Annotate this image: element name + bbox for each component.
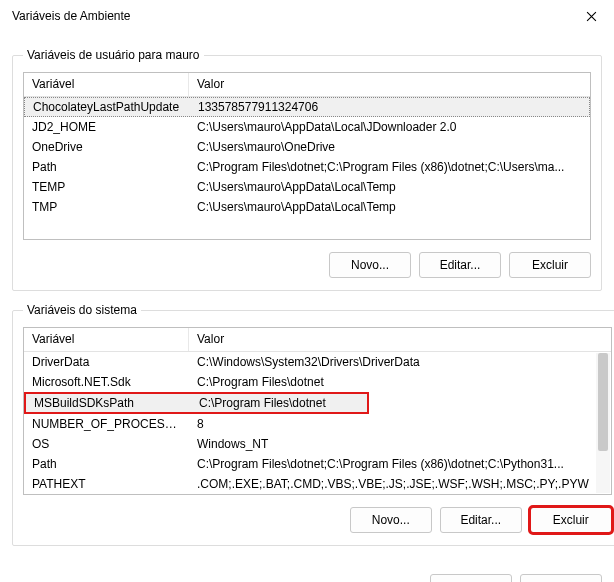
edit-button[interactable]: Editar... — [440, 507, 522, 533]
delete-button[interactable]: Excluir — [509, 252, 591, 278]
dialog-footer: OK Cancelar — [0, 564, 614, 582]
cell-variable: PATHEXT — [24, 473, 189, 494]
cancel-button[interactable]: Cancelar — [520, 574, 602, 582]
new-button[interactable]: Novo... — [329, 252, 411, 278]
cell-value: C:\Users\mauro\AppData\Local\Temp — [189, 176, 590, 198]
cell-variable: JD2_HOME — [24, 116, 189, 138]
close-button[interactable] — [568, 0, 614, 32]
titlebar: Variáveis de Ambiente — [0, 0, 614, 32]
column-header-value[interactable]: Valor — [189, 328, 611, 351]
cell-value: 8 — [189, 413, 597, 435]
user-variables-table[interactable]: Variável Valor ChocolateyLastPathUpdate … — [23, 72, 591, 240]
cell-value: C:\Users\mauro\OneDrive — [189, 136, 590, 158]
cell-variable: DriverData — [24, 352, 189, 373]
cell-value: Windows_NT — [189, 433, 597, 455]
scrollbar[interactable] — [596, 353, 610, 493]
cell-variable: Path — [24, 156, 189, 178]
table-row[interactable]: PATHEXT .COM;.EXE;.BAT;.CMD;.VBS;.VBE;.J… — [24, 474, 597, 494]
delete-button-highlighted[interactable]: Excluir — [530, 507, 612, 533]
user-group-legend: Variáveis de usuário para mauro — [23, 48, 204, 62]
system-rows: DriverData C:\Windows\System32\Drivers\D… — [24, 352, 611, 494]
column-header-value[interactable]: Valor — [189, 73, 590, 96]
system-variables-group: Variáveis do sistema Variável Valor Driv… — [12, 303, 614, 546]
table-row-highlighted[interactable]: MSBuildSDKsPath C:\Program Files\dotnet — [24, 392, 369, 414]
cell-variable: OneDrive — [24, 136, 189, 158]
scrollbar-thumb[interactable] — [598, 353, 608, 451]
table-row[interactable]: OneDrive C:\Users\mauro\OneDrive — [24, 137, 590, 157]
column-header-variable[interactable]: Variável — [24, 328, 189, 351]
cell-value: C:\Program Files\dotnet;C:\Program Files… — [189, 156, 590, 178]
cell-variable: TEMP — [24, 176, 189, 198]
table-row[interactable]: ChocolateyLastPathUpdate 133578577911324… — [24, 97, 590, 117]
cell-value: C:\Windows\System32\Drivers\DriverData — [189, 352, 597, 373]
table-row[interactable]: OS Windows_NT — [24, 434, 597, 454]
user-variables-group: Variáveis de usuário para mauro Variável… — [12, 48, 602, 291]
cell-value: C:\Program Files\dotnet — [191, 392, 367, 414]
cell-variable: ChocolateyLastPathUpdate — [25, 97, 190, 118]
close-icon — [586, 11, 597, 22]
cell-value: C:\Program Files\dotnet — [189, 371, 597, 393]
system-buttons-row: Novo... Editar... Excluir — [23, 507, 612, 533]
table-row[interactable]: Microsoft.NET.Sdk C:\Program Files\dotne… — [24, 372, 597, 392]
cell-variable: Path — [24, 453, 189, 475]
table-header: Variável Valor — [24, 328, 611, 352]
table-row[interactable]: DriverData C:\Windows\System32\Drivers\D… — [24, 352, 597, 372]
table-row[interactable]: TMP C:\Users\mauro\AppData\Local\Temp — [24, 197, 590, 217]
column-header-variable[interactable]: Variável — [24, 73, 189, 96]
user-buttons-row: Novo... Editar... Excluir — [23, 252, 591, 278]
cell-variable: OS — [24, 433, 189, 455]
dialog-content: Variáveis de usuário para mauro Variável… — [0, 32, 614, 564]
system-variables-table[interactable]: Variável Valor DriverData C:\Windows\Sys… — [23, 327, 612, 495]
user-rows: ChocolateyLastPathUpdate 133578577911324… — [24, 97, 590, 239]
cell-value: C:\Users\mauro\AppData\Local\JDownloader… — [189, 116, 590, 138]
window-title: Variáveis de Ambiente — [12, 9, 131, 23]
cell-variable: Microsoft.NET.Sdk — [24, 371, 189, 393]
table-header: Variável Valor — [24, 73, 590, 97]
cell-variable: TMP — [24, 196, 189, 218]
cell-value: C:\Program Files\dotnet;C:\Program Files… — [189, 453, 597, 475]
ok-button[interactable]: OK — [430, 574, 512, 582]
edit-button[interactable]: Editar... — [419, 252, 501, 278]
cell-variable: MSBuildSDKsPath — [26, 392, 191, 414]
table-row[interactable]: NUMBER_OF_PROCESSORS 8 — [24, 414, 597, 434]
cell-value: 133578577911324706 — [190, 97, 589, 118]
system-group-legend: Variáveis do sistema — [23, 303, 141, 317]
cell-variable: NUMBER_OF_PROCESSORS — [24, 413, 189, 435]
table-row[interactable]: Path C:\Program Files\dotnet;C:\Program … — [24, 157, 590, 177]
new-button[interactable]: Novo... — [350, 507, 432, 533]
table-row[interactable]: TEMP C:\Users\mauro\AppData\Local\Temp — [24, 177, 590, 197]
cell-value: C:\Users\mauro\AppData\Local\Temp — [189, 196, 590, 218]
table-row[interactable]: Path C:\Program Files\dotnet;C:\Program … — [24, 454, 597, 474]
cell-value: .COM;.EXE;.BAT;.CMD;.VBS;.VBE;.JS;.JSE;.… — [189, 473, 597, 494]
table-row[interactable]: JD2_HOME C:\Users\mauro\AppData\Local\JD… — [24, 117, 590, 137]
